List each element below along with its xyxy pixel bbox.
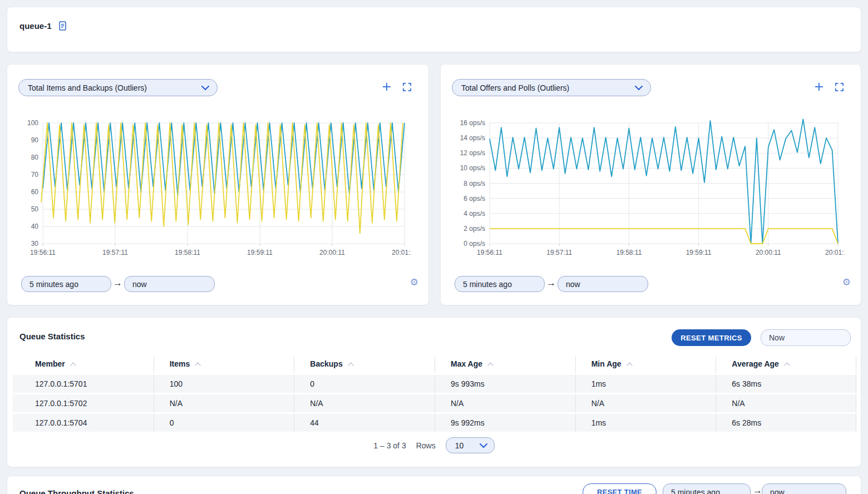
reset-metrics-button[interactable]: RESET METRICS xyxy=(672,329,751,346)
table-cell: 100 xyxy=(154,375,294,393)
svg-text:19:59:11: 19:59:11 xyxy=(686,249,712,256)
time-from-field[interactable] xyxy=(455,276,545,292)
sort-caret-icon xyxy=(195,362,201,366)
table-cell: 127.0.0.1:5704 xyxy=(13,414,154,432)
table-row: 127.0.0.1:5702N/AN/AN/AN/AN/A xyxy=(13,393,856,412)
metric-select[interactable]: Total Offers and Polls (Outliers) xyxy=(452,79,651,96)
table-row: 127.0.0.1:57040449s 992ms1ms6s 28ms xyxy=(13,412,856,432)
section-title: Queue Throughput Statistics xyxy=(19,488,134,494)
table-cell: 6s 28ms xyxy=(716,414,856,432)
column-label: Max Age xyxy=(451,359,482,368)
chart-card-offers-polls: Total Offers and Polls (Outliers) 16 ops… xyxy=(440,64,861,305)
svg-text:20:01:11: 20:01:11 xyxy=(392,249,411,256)
svg-text:20:00:11: 20:00:11 xyxy=(756,249,781,256)
page-range: 1 – 3 of 3 xyxy=(373,441,406,450)
svg-text:20:01:11: 20:01:11 xyxy=(825,249,845,256)
table-cell: 127.0.0.1:5701 xyxy=(13,375,154,393)
svg-text:40: 40 xyxy=(31,223,39,230)
svg-text:80: 80 xyxy=(31,154,39,161)
svg-text:0 ops/s: 0 ops/s xyxy=(463,240,485,248)
table-cell: N/A xyxy=(716,394,856,412)
sort-caret-icon xyxy=(784,362,790,366)
svg-text:16 ops/s: 16 ops/s xyxy=(460,119,485,127)
queue-header-card: queue-1 xyxy=(7,7,861,52)
rows-per-page-value: 10 xyxy=(455,441,464,450)
column-label: Member xyxy=(35,359,65,368)
svg-text:19:58:11: 19:58:11 xyxy=(175,249,200,256)
time-from-field[interactable] xyxy=(21,276,111,292)
svg-text:4 ops/s: 4 ops/s xyxy=(463,210,485,218)
table-cell: 1ms xyxy=(575,375,716,393)
table-cell: N/A xyxy=(154,394,294,412)
column-header-average-age[interactable]: Average Age xyxy=(716,357,856,373)
fullscreen-button[interactable] xyxy=(400,80,413,93)
svg-text:90: 90 xyxy=(31,136,39,144)
svg-text:19:56:11: 19:56:11 xyxy=(30,249,56,256)
time-travel-field[interactable] xyxy=(761,329,851,346)
column-label: Min Age xyxy=(591,359,622,368)
arrow-right-icon: → xyxy=(546,278,556,289)
column-header-max-age[interactable]: Max Age xyxy=(435,357,575,373)
table-cell: 0 xyxy=(294,375,435,393)
column-header-backups[interactable]: Backups xyxy=(294,357,435,373)
reset-time-button[interactable]: RESET TIME xyxy=(583,483,657,494)
svg-text:60: 60 xyxy=(31,188,39,196)
add-chart-button[interactable] xyxy=(380,80,393,93)
add-chart-button[interactable] xyxy=(812,80,826,93)
time-to-field[interactable] xyxy=(762,483,846,494)
gear-icon[interactable]: ⚙ xyxy=(842,276,851,288)
svg-text:19:57:11: 19:57:11 xyxy=(102,249,128,256)
svg-text:6 ops/s: 6 ops/s xyxy=(463,195,485,202)
column-label: Average Age xyxy=(732,359,779,368)
chevron-down-icon xyxy=(635,86,643,90)
chart-canvas-items-backups[interactable]: 1009080706050403019:56:1119:57:1119:58:1… xyxy=(22,118,411,258)
svg-text:19:59:11: 19:59:11 xyxy=(247,249,273,256)
document-icon[interactable] xyxy=(57,21,68,31)
chart-canvas-offers-polls[interactable]: 16 ops/s14 ops/s12 ops/s10 ops/s8 ops/s6… xyxy=(455,118,845,258)
pagination: 1 – 3 of 3 Rows 10 xyxy=(7,437,861,453)
queue-statistics-card: Queue Statistics RESET METRICS MemberIte… xyxy=(7,317,861,467)
table-cell: N/A xyxy=(435,394,575,412)
svg-text:50: 50 xyxy=(31,205,39,213)
table-cell: 44 xyxy=(294,414,435,432)
svg-text:19:58:11: 19:58:11 xyxy=(616,249,642,256)
time-to-field[interactable] xyxy=(124,276,215,292)
svg-text:19:56:11: 19:56:11 xyxy=(477,249,502,256)
table-cell: 9s 993ms xyxy=(435,375,575,393)
table-cell: N/A xyxy=(575,394,716,412)
sort-caret-icon xyxy=(487,362,494,366)
column-header-min-age[interactable]: Min Age xyxy=(575,357,716,373)
table-cell: 6s 38ms xyxy=(716,375,856,393)
svg-text:30: 30 xyxy=(31,240,39,248)
queue-throughput-card: Queue Throughput Statistics RESET TIME → xyxy=(7,476,861,494)
sort-caret-icon xyxy=(348,362,354,366)
column-header-member[interactable]: Member xyxy=(13,357,154,373)
svg-text:70: 70 xyxy=(31,171,39,179)
sort-caret-icon xyxy=(627,362,633,366)
chevron-down-icon xyxy=(201,86,209,90)
arrow-right-icon: → xyxy=(753,485,762,494)
queue-stats-table: MemberItemsBackupsMax AgeMin AgeAverage … xyxy=(13,357,856,432)
svg-text:8 ops/s: 8 ops/s xyxy=(463,180,485,187)
table-cell: N/A xyxy=(294,394,435,412)
time-from-field[interactable] xyxy=(663,483,751,494)
column-label: Backups xyxy=(310,359,342,368)
table-cell: 0 xyxy=(154,414,294,432)
metric-select-label: Total Offers and Polls (Outliers) xyxy=(461,83,569,92)
svg-text:19:57:11: 19:57:11 xyxy=(546,249,572,256)
column-label: Items xyxy=(170,359,190,368)
metric-select[interactable]: Total Items and Backups (Outliers) xyxy=(18,79,218,96)
column-header-items[interactable]: Items xyxy=(154,357,294,373)
sort-caret-icon xyxy=(70,362,76,366)
svg-text:12 ops/s: 12 ops/s xyxy=(460,149,485,157)
rows-per-page-select[interactable]: 10 xyxy=(446,437,495,453)
time-to-field[interactable] xyxy=(558,276,648,292)
svg-text:20:00:11: 20:00:11 xyxy=(319,249,345,256)
svg-text:100: 100 xyxy=(27,119,38,127)
svg-text:10 ops/s: 10 ops/s xyxy=(460,164,485,172)
table-cell: 127.0.0.1:5702 xyxy=(13,394,154,412)
svg-text:2 ops/s: 2 ops/s xyxy=(463,225,485,233)
gear-icon[interactable]: ⚙ xyxy=(410,276,418,288)
fullscreen-button[interactable] xyxy=(832,80,846,93)
chart-card-items-backups: Total Items and Backups (Outliers) 10090… xyxy=(7,64,429,305)
